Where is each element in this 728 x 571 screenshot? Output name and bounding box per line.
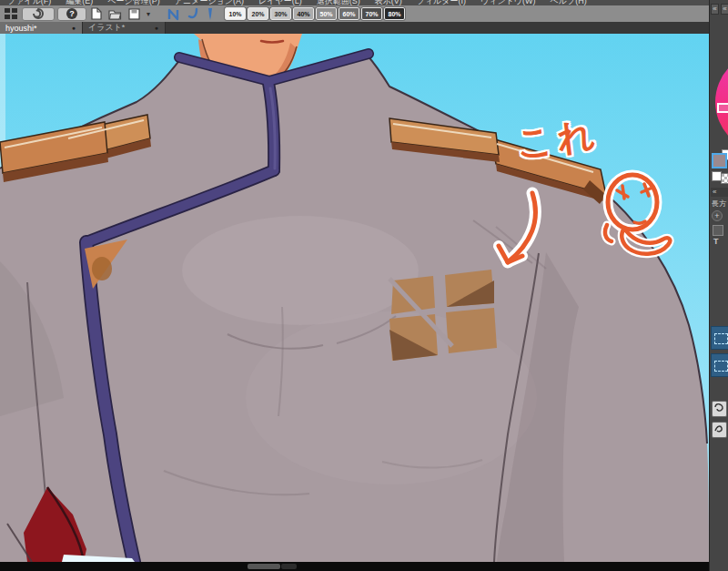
tab-label: hyoushi* <box>5 24 37 33</box>
new-file-button[interactable] <box>89 7 104 21</box>
chevron-down-icon: ▾ <box>147 10 150 18</box>
opacity-60-button[interactable]: 60% <box>339 7 359 20</box>
opacity-30-button[interactable]: 30% <box>270 7 291 20</box>
lasso-icon <box>713 402 725 413</box>
color-wheel-swatch-icon <box>717 103 728 113</box>
right-palette-column: « « « 長方 + T <box>709 0 728 571</box>
opacity-20-button[interactable]: 20% <box>248 7 268 20</box>
help-icon: ? <box>66 8 77 19</box>
sub-tool-label: 長方 <box>712 199 728 209</box>
tab-label: イラスト* <box>88 22 125 34</box>
lasso-tool-button[interactable] <box>712 401 727 417</box>
opacity-preset-row: 10% 20% 30% 40% 50% 60% 70% 80% <box>225 7 405 20</box>
opacity-40-button[interactable]: 40% <box>293 7 314 20</box>
document-tab-bar: hyoushi* ● イラスト* ● <box>0 22 709 34</box>
snap-ruler-button[interactable] <box>165 7 182 21</box>
command-toolbar: ? ▾ <box>0 5 709 22</box>
tool-property-box-icon[interactable] <box>713 225 723 236</box>
transparent-color-swatch[interactable] <box>721 173 728 184</box>
help-button[interactable]: ? <box>57 7 86 21</box>
rect-marquee-icon <box>714 333 728 344</box>
main-color-swatch[interactable] <box>712 153 727 168</box>
opacity-70-button[interactable]: 70% <box>361 7 382 20</box>
modified-dot-icon: ● <box>72 25 76 31</box>
snap-curve-button[interactable] <box>185 7 201 21</box>
clip-studio-logo-icon <box>32 7 45 20</box>
collapse-panel-button-2[interactable]: « <box>721 4 728 15</box>
curve-ruler-icon <box>187 7 199 21</box>
color-wheel[interactable] <box>710 50 728 148</box>
new-file-icon <box>91 7 102 20</box>
workspace-grid-button[interactable] <box>3 7 19 21</box>
sub-tool-panel-header[interactable]: « <box>711 188 728 197</box>
opacity-80-button[interactable]: 80% <box>384 7 405 20</box>
snap-special-button[interactable] <box>204 7 217 21</box>
curve-select-icon <box>713 423 725 434</box>
open-folder-icon <box>108 8 122 20</box>
clip-studio-paint-window: ファイル(F) 編集(E) ページ管理(P) アニメーション(A) レイヤー(L… <box>0 0 728 571</box>
horizontal-scrollbar[interactable] <box>0 562 709 571</box>
open-file-button[interactable] <box>106 7 124 21</box>
rect-marquee-icon <box>714 361 728 372</box>
grid-icon <box>5 8 17 19</box>
subtool-rect-select-item[interactable] <box>711 326 728 350</box>
scrollbar-segment <box>281 564 297 569</box>
text-tool-icon: T <box>713 237 719 246</box>
save-dropdown-button[interactable]: ▾ <box>145 7 152 21</box>
save-button[interactable] <box>126 7 142 21</box>
clip-studio-button[interactable] <box>22 7 55 21</box>
add-sub-tool-button[interactable]: + <box>712 210 723 221</box>
subtool-rect-select-item-2[interactable] <box>711 353 728 377</box>
opacity-10-button[interactable]: 10% <box>225 7 246 20</box>
artwork <box>0 34 709 562</box>
tab-illust[interactable]: イラスト* ● <box>83 22 166 34</box>
save-icon <box>128 8 140 20</box>
curve-select-tool-button[interactable] <box>712 422 727 438</box>
modified-dot-icon: ● <box>155 25 158 31</box>
annotation-text: これ <box>513 109 602 169</box>
zigzag-ruler-icon <box>167 7 180 21</box>
pen-nib-icon <box>206 7 215 21</box>
opacity-50-button[interactable]: 50% <box>316 7 337 20</box>
tab-hyoushi[interactable]: hyoushi* ● <box>0 22 83 34</box>
collapse-panel-button[interactable]: « <box>711 4 719 15</box>
scrollbar-thumb[interactable] <box>248 564 280 569</box>
canvas-area[interactable]: これ <box>0 34 709 562</box>
